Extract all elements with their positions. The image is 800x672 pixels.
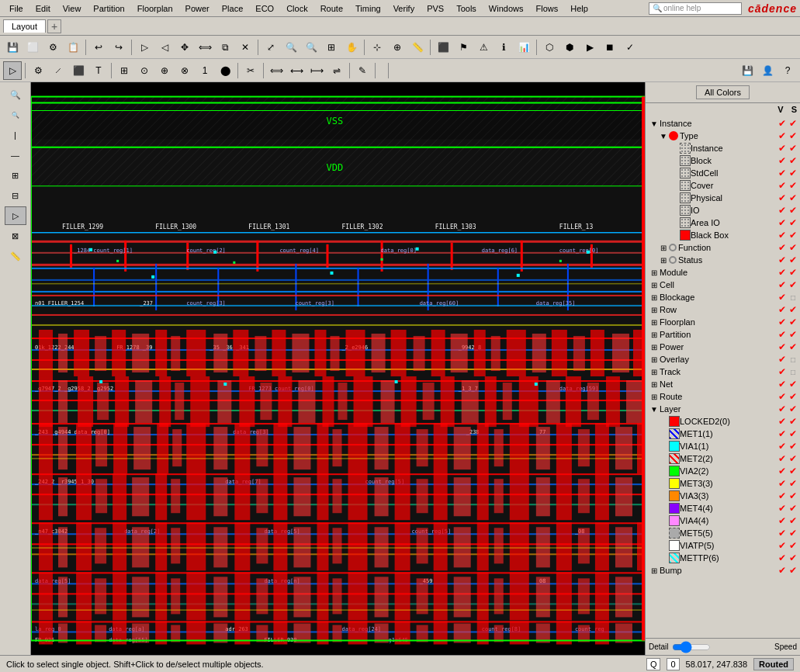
tb-warn[interactable]: ⚠ <box>474 38 493 57</box>
v-function[interactable]: ✔ <box>777 242 788 253</box>
menu-power[interactable]: Power <box>179 2 216 15</box>
tree-module[interactable]: ⊞ Module ✔ ✔ <box>647 266 798 279</box>
tree-bump[interactable]: ⊞ Bump ✔ ✔ <box>647 564 798 577</box>
s-cover[interactable]: ✔ <box>788 180 798 191</box>
menu-view[interactable]: View <box>57 2 88 15</box>
menu-route[interactable]: Route <box>314 2 349 15</box>
expand-layer[interactable]: ▼ <box>649 405 660 414</box>
tb2-route-v[interactable]: ⟷ <box>287 61 306 80</box>
tree-instance[interactable]: ▼ Instance ✔ ✔ <box>647 117 798 130</box>
tb-redo[interactable]: ↪ <box>109 38 128 57</box>
tb2-text[interactable]: T <box>89 61 108 80</box>
tree-viatp[interactable]: VIATP(5) ✔ ✔ <box>647 539 798 552</box>
expand-partition[interactable]: ⊞ <box>649 331 660 339</box>
v-via3[interactable]: ✔ <box>777 490 788 501</box>
tb-select2[interactable]: ◁ <box>155 38 174 57</box>
expand-instance[interactable]: ▼ <box>649 120 660 128</box>
menu-floorplan[interactable]: Floorplan <box>131 2 179 15</box>
v-overlay[interactable]: ✔ <box>777 354 788 365</box>
s-locked2[interactable]: ✔ <box>788 416 798 427</box>
s-mettp[interactable]: ✔ <box>788 552 798 563</box>
s-via2[interactable]: ✔ <box>788 466 798 476</box>
menu-eco[interactable]: ECO <box>249 2 280 15</box>
tree-met5[interactable]: MET5(5) ✔ ✔ <box>647 527 798 539</box>
tree-route[interactable]: ⊞ Route ✔ ✔ <box>647 390 798 403</box>
tb-tag[interactable]: ⚑ <box>454 38 473 57</box>
menu-help[interactable]: Help <box>564 2 594 15</box>
menu-edit[interactable]: Edit <box>29 2 57 15</box>
tab-layout[interactable]: Layout <box>3 19 46 33</box>
s-instance-sub[interactable]: ✔ <box>788 143 798 154</box>
tree-met1[interactable]: MET1(1) ✔ ✔ <box>647 428 798 440</box>
tb-move[interactable]: ✥ <box>175 38 194 57</box>
tb2-via[interactable]: ⬤ <box>216 61 234 80</box>
menu-flows[interactable]: Flows <box>529 2 564 15</box>
s-black-box[interactable]: ✔ <box>788 230 798 241</box>
tb-zoom-in[interactable]: 🔍 <box>282 38 300 57</box>
tb-drc[interactable]: ⬡ <box>540 38 559 57</box>
menu-timing[interactable]: Timing <box>349 2 387 15</box>
tb-run[interactable]: ▶ <box>580 38 599 57</box>
tree-locked2[interactable]: LOCKED2(0) ✔ ✔ <box>647 415 798 428</box>
s-floorplan[interactable]: ✔ <box>788 317 798 327</box>
s-status[interactable]: ✔ <box>788 255 798 265</box>
sidebar-zoom[interactable]: 🔍 <box>5 85 26 104</box>
v-net[interactable]: ✔ <box>777 379 788 390</box>
s-io[interactable]: ✔ <box>788 205 798 216</box>
s-via4[interactable]: ✔ <box>788 515 798 526</box>
layout-svg[interactable]: VSS VDD FILLER_1299 FILLER_1300 FILLER_1… <box>31 82 645 655</box>
tree-mettp[interactable]: METTP(6) ✔ ✔ <box>647 552 798 564</box>
tree-instance-sub[interactable]: Instance ✔ ✔ <box>647 142 798 154</box>
s-met2[interactable]: ✔ <box>788 453 798 464</box>
tb-copy2[interactable]: ⧉ <box>216 38 234 57</box>
v-status[interactable]: ✔ <box>777 255 788 265</box>
tb-save[interactable]: 💾 <box>3 38 22 57</box>
s-cell[interactable]: ✔ <box>788 279 798 290</box>
tree-layer[interactable]: ▼ Layer ✔ ✔ <box>647 403 798 415</box>
v-met5[interactable]: ✔ <box>777 528 788 539</box>
tree-via3[interactable]: VIA3(3) ✔ ✔ <box>647 490 798 502</box>
tb2-route-a[interactable]: ⇌ <box>327 61 346 80</box>
tb-highlight[interactable]: ⬛ <box>434 38 452 57</box>
menu-clock[interactable]: Clock <box>280 2 314 15</box>
tree-via4[interactable]: VIA4(4) ✔ ✔ <box>647 514 798 527</box>
s-power[interactable]: ✔ <box>788 341 798 352</box>
tree-power[interactable]: ⊞ Power ✔ ✔ <box>647 341 798 353</box>
tb-props[interactable]: 📊 <box>514 38 533 57</box>
tb2-route-h[interactable]: ⟺ <box>267 61 286 80</box>
s-via3[interactable]: ✔ <box>788 490 798 501</box>
expand-type[interactable]: ▼ <box>658 132 669 140</box>
s-stdcell[interactable]: ✔ <box>788 168 798 178</box>
tree-track[interactable]: ⊞ Track ✔ □ <box>647 365 798 378</box>
tb2-user[interactable]: 👤 <box>758 61 777 80</box>
s-net[interactable]: ✔ <box>788 379 798 390</box>
v-met3[interactable]: ✔ <box>777 478 788 489</box>
tb-zoom-out[interactable]: 🔍 <box>302 38 320 57</box>
s-met5[interactable]: ✔ <box>788 528 798 539</box>
tb-settings[interactable]: ⚙ <box>43 38 62 57</box>
v-route[interactable]: ✔ <box>777 391 788 402</box>
v-module[interactable]: ✔ <box>777 267 788 278</box>
tree-cell[interactable]: ⊞ Cell ✔ ✔ <box>647 279 798 291</box>
s-layer[interactable]: ✔ <box>788 404 798 414</box>
s-via1[interactable]: ✔ <box>788 441 798 452</box>
v-layer[interactable]: ✔ <box>777 404 788 414</box>
v-cell[interactable]: ✔ <box>777 279 788 290</box>
tree-status[interactable]: ⊞ Status ✔ ✔ <box>647 254 798 266</box>
tb-delete[interactable]: ✕ <box>236 38 255 57</box>
tb2-num[interactable]: 1 <box>196 61 214 80</box>
expand-cell[interactable]: ⊞ <box>649 281 660 289</box>
v-cover[interactable]: ✔ <box>777 180 788 191</box>
ic-layout-canvas[interactable]: VSS VDD FILLER_1299 FILLER_1300 FILLER_1… <box>31 82 645 655</box>
menu-tools[interactable]: Tools <box>450 2 483 15</box>
tb2-instance[interactable]: ⊞ <box>115 61 133 80</box>
v-type[interactable]: ✔ <box>777 130 788 141</box>
expand-power[interactable]: ⊞ <box>649 343 660 352</box>
expand-net[interactable]: ⊞ <box>649 380 660 389</box>
all-colors-button[interactable]: All Colors <box>696 85 750 99</box>
s-partition[interactable]: ✔ <box>788 329 798 340</box>
tb2-pin[interactable]: ⊙ <box>135 61 154 80</box>
expand-track[interactable]: ⊞ <box>649 368 660 376</box>
sidebar-grid2[interactable]: ⊟ <box>5 186 26 205</box>
v-met2[interactable]: ✔ <box>777 453 788 464</box>
